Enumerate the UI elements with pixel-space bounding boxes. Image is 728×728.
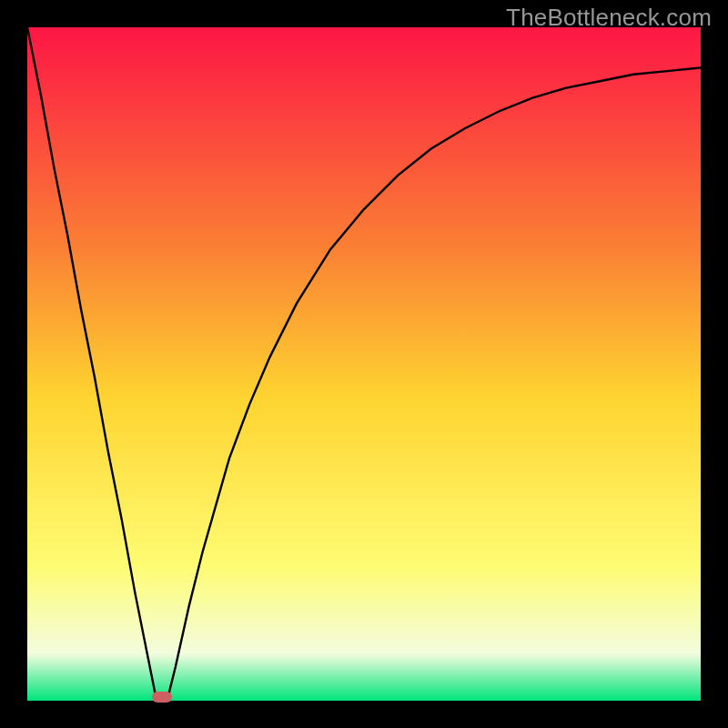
plot-area xyxy=(27,27,701,701)
plot-svg xyxy=(27,27,701,701)
min-marker xyxy=(152,692,172,703)
gradient-background xyxy=(27,27,701,701)
chart-frame: TheBottleneck.com xyxy=(0,0,728,728)
